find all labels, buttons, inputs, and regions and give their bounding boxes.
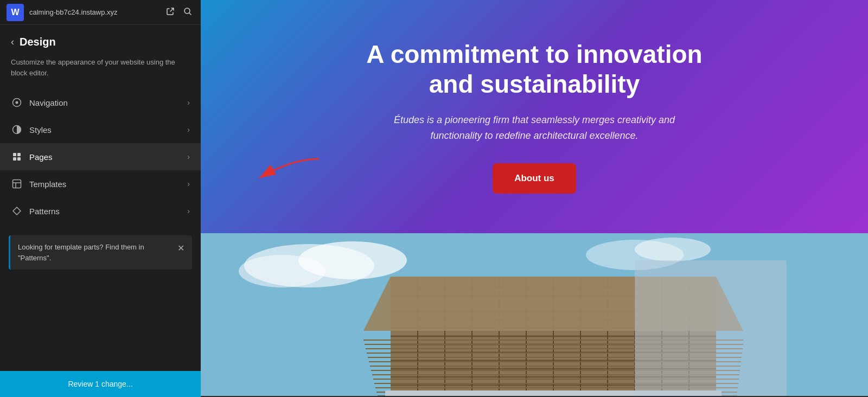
info-banner: Looking for template parts? Find them in… [9,235,192,270]
external-link-icon[interactable] [164,5,177,20]
sidebar-header: ‹ Design [0,36,201,57]
top-bar: W calming-bb7c24.instawp.xyz [0,0,201,25]
sidebar-title: Design [20,36,56,48]
info-banner-close-icon[interactable]: ✕ [177,243,184,253]
patterns-icon [11,205,23,217]
info-banner-text: Looking for template parts? Find them in… [18,242,172,263]
svg-point-2 [16,101,18,104]
sidebar-content: ‹ Design Customize the appearance of you… [0,25,201,397]
navigation-icon [11,97,23,108]
search-icon[interactable] [181,5,194,20]
styles-chevron-icon: › [187,125,190,134]
svg-rect-60 [635,260,787,396]
templates-icon [11,178,23,190]
review-changes-button[interactable]: Review 1 change... [0,371,201,397]
building-section [201,233,868,396]
hero-title: A commitment to innovation and sustainab… [344,40,724,99]
sidebar: ‹ Design Customize the appearance of you… [0,0,201,397]
svg-rect-4 [13,153,16,156]
pages-label: Pages [29,152,187,162]
hero-cta-button[interactable]: About us [493,163,576,194]
site-url-label: calming-bb7c24.instawp.xyz [29,8,158,16]
templates-chevron-icon: › [187,180,190,188]
svg-point-15 [635,238,711,261]
templates-label: Templates [29,180,187,189]
wp-logo-icon[interactable]: W [7,4,24,21]
main-content[interactable]: A commitment to innovation and sustainab… [201,0,868,397]
styles-label: Styles [29,125,187,135]
sidebar-item-pages[interactable]: Pages › [0,143,201,170]
svg-rect-6 [13,157,16,161]
hero-section: A commitment to innovation and sustainab… [201,0,868,233]
pages-chevron-icon: › [187,152,190,161]
patterns-chevron-icon: › [187,207,190,215]
sidebar-description: Customize the appearance of your website… [0,57,201,89]
svg-rect-5 [17,153,21,156]
top-bar-actions [164,5,194,20]
hero-subtitle: Études is a pioneering firm that seamles… [377,112,692,144]
sidebar-menu: Navigation › Styles › [0,89,201,225]
svg-rect-8 [13,180,21,188]
pages-icon [11,151,23,163]
styles-icon [11,124,23,136]
svg-point-13 [239,255,326,287]
back-button[interactable]: ‹ [11,36,14,48]
navigation-chevron-icon: › [187,98,190,107]
sidebar-item-styles[interactable]: Styles › [0,116,201,143]
sidebar-item-patterns[interactable]: Patterns › [0,197,201,225]
sidebar-item-templates[interactable]: Templates › [0,170,201,197]
sidebar-item-navigation[interactable]: Navigation › [0,89,201,116]
navigation-label: Navigation [29,98,187,107]
svg-rect-7 [17,157,21,161]
patterns-label: Patterns [29,207,187,216]
